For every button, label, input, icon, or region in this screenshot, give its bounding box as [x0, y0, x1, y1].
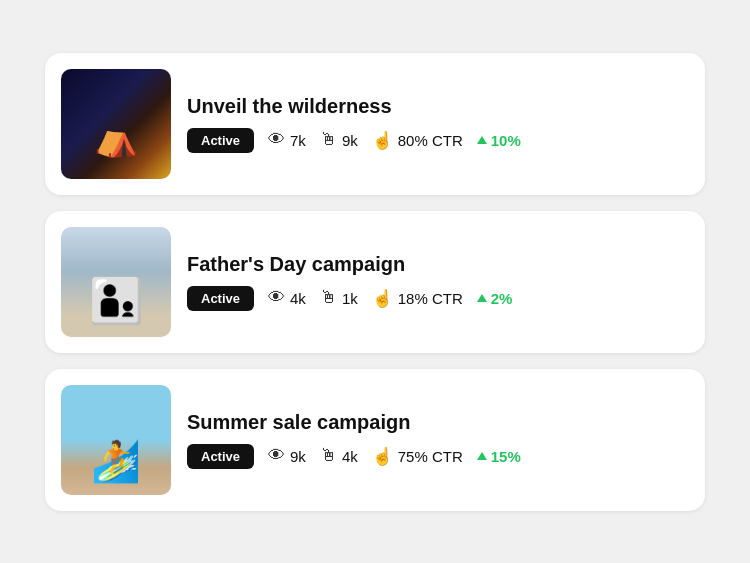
stat-clicks-summer-sale: 🖱 4k: [320, 446, 358, 466]
touch-icon-fathers-day: ☝: [372, 288, 393, 309]
card-image-fathers-day: [61, 227, 171, 337]
stat-clicks-wilderness: 🖱 9k: [320, 130, 358, 150]
touch-icon-summer-sale: ☝: [372, 446, 393, 467]
stat-growth-fathers-day: 2%: [477, 290, 513, 307]
status-badge-wilderness: Active: [187, 128, 254, 153]
card-fathers-day: Father's Day campaign Active 👁 4k 🖱 1k ☝…: [45, 211, 705, 353]
cursor-icon-fathers-day: 🖱: [320, 288, 337, 308]
card-stats-wilderness: Active 👁 7k 🖱 9k ☝ 80% CTR 10%: [187, 128, 689, 153]
views-value-summer-sale: 9k: [290, 448, 306, 465]
stat-growth-wilderness: 10%: [477, 132, 521, 149]
arrow-up-icon-fathers-day: [477, 294, 487, 302]
stat-ctr-fathers-day: ☝ 18% CTR: [372, 288, 463, 309]
ctr-value-wilderness: 80% CTR: [398, 132, 463, 149]
arrow-up-icon-wilderness: [477, 136, 487, 144]
clicks-value-summer-sale: 4k: [342, 448, 358, 465]
eye-icon-summer-sale: 👁: [268, 446, 285, 466]
stat-views-fathers-day: 👁 4k: [268, 288, 306, 308]
arrow-up-icon-summer-sale: [477, 452, 487, 460]
clicks-value-fathers-day: 1k: [342, 290, 358, 307]
card-wilderness: Unveil the wilderness Active 👁 7k 🖱 9k ☝…: [45, 53, 705, 195]
card-content-summer-sale: Summer sale campaign Active 👁 9k 🖱 4k ☝ …: [187, 411, 689, 469]
stat-growth-summer-sale: 15%: [477, 448, 521, 465]
card-stats-fathers-day: Active 👁 4k 🖱 1k ☝ 18% CTR 2%: [187, 286, 689, 311]
touch-icon-wilderness: ☝: [372, 130, 393, 151]
card-title-summer-sale: Summer sale campaign: [187, 411, 689, 434]
card-image-summer-sale: [61, 385, 171, 495]
status-badge-fathers-day: Active: [187, 286, 254, 311]
stat-ctr-summer-sale: ☝ 75% CTR: [372, 446, 463, 467]
growth-value-wilderness: 10%: [491, 132, 521, 149]
card-title-fathers-day: Father's Day campaign: [187, 253, 689, 276]
status-badge-summer-sale: Active: [187, 444, 254, 469]
views-value-wilderness: 7k: [290, 132, 306, 149]
clicks-value-wilderness: 9k: [342, 132, 358, 149]
growth-value-summer-sale: 15%: [491, 448, 521, 465]
views-value-fathers-day: 4k: [290, 290, 306, 307]
card-stats-summer-sale: Active 👁 9k 🖱 4k ☝ 75% CTR 15%: [187, 444, 689, 469]
card-summer-sale: Summer sale campaign Active 👁 9k 🖱 4k ☝ …: [45, 369, 705, 511]
card-content-fathers-day: Father's Day campaign Active 👁 4k 🖱 1k ☝…: [187, 253, 689, 311]
stat-ctr-wilderness: ☝ 80% CTR: [372, 130, 463, 151]
cursor-icon-wilderness: 🖱: [320, 130, 337, 150]
card-image-wilderness: [61, 69, 171, 179]
stat-views-wilderness: 👁 7k: [268, 130, 306, 150]
card-content-wilderness: Unveil the wilderness Active 👁 7k 🖱 9k ☝…: [187, 95, 689, 153]
eye-icon-fathers-day: 👁: [268, 288, 285, 308]
cursor-icon-summer-sale: 🖱: [320, 446, 337, 466]
card-title-wilderness: Unveil the wilderness: [187, 95, 689, 118]
stat-views-summer-sale: 👁 9k: [268, 446, 306, 466]
growth-value-fathers-day: 2%: [491, 290, 513, 307]
ctr-value-fathers-day: 18% CTR: [398, 290, 463, 307]
ctr-value-summer-sale: 75% CTR: [398, 448, 463, 465]
eye-icon-wilderness: 👁: [268, 130, 285, 150]
stat-clicks-fathers-day: 🖱 1k: [320, 288, 358, 308]
